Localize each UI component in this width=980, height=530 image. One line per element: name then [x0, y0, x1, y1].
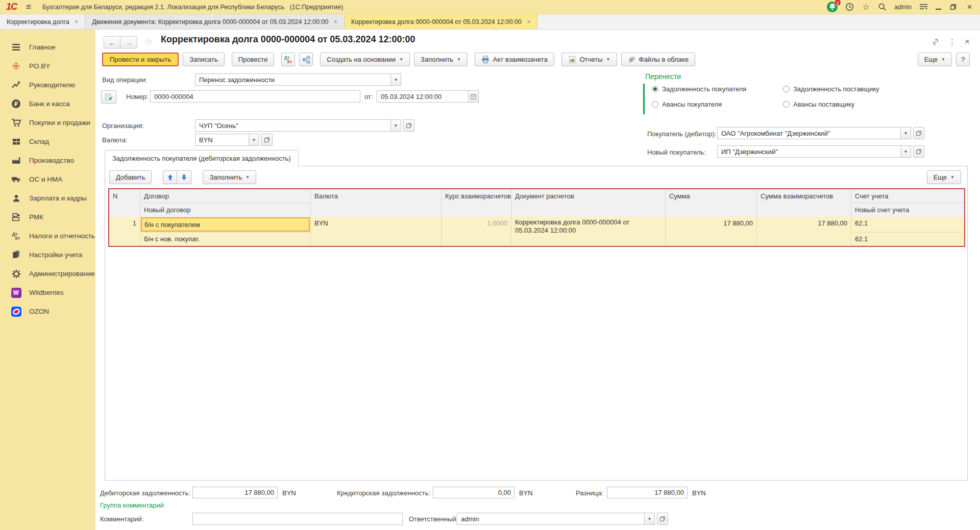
sidebar-item-nastroyki[interactable]: Настройки учета [0, 245, 95, 264]
sidebar-item-bank-kassa[interactable]: ₽ Банк и касса [0, 94, 95, 113]
radio-buyer-debt[interactable]: Задолженность покупателя [652, 85, 746, 93]
tab-close-icon[interactable]: × [333, 18, 337, 26]
sidebar-item-nalogi[interactable]: ДтКт Налоги и отчетность [0, 226, 95, 245]
col-sum[interactable]: Сумма [666, 189, 756, 203]
col-new-account[interactable]: Новый счет учета [851, 203, 964, 217]
search-icon[interactable] [878, 3, 887, 11]
set-number-button[interactable] [101, 90, 116, 104]
window-tab-2[interactable]: Движения документа: Корректировка долга … [85, 14, 345, 29]
close-app-icon[interactable]: × [965, 3, 974, 11]
tab-buyer-debt[interactable]: Задолженность покупателя (дебиторская за… [105, 150, 299, 166]
sidebar-item-zarplata-kadry[interactable]: Зарплата и кадры [0, 189, 95, 208]
dropdown-icon[interactable]: ▼ [390, 120, 401, 131]
document-structure-button[interactable] [299, 53, 313, 66]
sidebar-item-sklad[interactable]: Склад [0, 132, 95, 151]
help-button[interactable]: ? [956, 53, 970, 66]
create-based-on-button[interactable]: Создать на основании▼ [320, 53, 410, 66]
tab-close-icon[interactable]: × [527, 18, 531, 26]
close-form-icon[interactable]: × [965, 37, 970, 47]
post-button[interactable]: Провести [232, 53, 275, 66]
post-and-close-button[interactable]: Провести и закрыть [102, 53, 179, 66]
sidebar-item-administrirovanie[interactable]: Администрирование [0, 264, 95, 283]
move-up-icon[interactable] [163, 170, 177, 184]
open-item-icon[interactable] [261, 134, 273, 146]
back-button[interactable]: ← [104, 36, 120, 48]
dropdown-icon[interactable]: ▼ [390, 74, 401, 85]
offset-act-button[interactable]: Акт взаимозачета [475, 53, 554, 66]
move-down-icon[interactable] [177, 170, 191, 184]
grid-fill-button[interactable]: Заполнить▼ [203, 170, 256, 184]
radio-supplier-debt[interactable]: Задолженность поставщику [783, 85, 879, 93]
forward-button[interactable]: → [120, 36, 137, 48]
sidebar-item-rukovoditelyu[interactable]: Руководителю [0, 75, 95, 94]
cloud-files-button[interactable]: Файлы в облаке [621, 53, 695, 66]
calendar-icon[interactable] [468, 91, 478, 102]
notifications-icon[interactable]: 2 [827, 2, 838, 12]
cell-rate[interactable]: 1,0000 [442, 217, 511, 230]
service-menu-icon[interactable] [919, 3, 928, 11]
open-item-icon[interactable] [657, 513, 668, 525]
dropdown-icon[interactable]: ▼ [249, 134, 259, 145]
cell-new-account[interactable]: 62.1 [851, 232, 964, 245]
favorite-star-icon[interactable]: ☆ [144, 36, 153, 48]
main-menu-icon[interactable]: ≡ [26, 2, 31, 12]
reports-button[interactable]: Отчеты▼ [561, 53, 617, 66]
dropdown-icon[interactable]: ▼ [900, 128, 911, 139]
more-menu-icon[interactable]: ⋮ [948, 37, 956, 46]
get-link-icon[interactable] [932, 38, 940, 46]
cell-new-contract[interactable]: б/н с нов. покупат. [140, 232, 310, 245]
col-rate[interactable]: Курс взаиморасчетов [442, 189, 511, 203]
restore-icon[interactable] [949, 3, 958, 11]
col-new-contract[interactable]: Новый договор [140, 203, 310, 217]
window-tab-3-active[interactable]: Корректировка долга 0000-000004 от 05.03… [345, 14, 537, 29]
dtkt-postings-button[interactable]: ДтКт [281, 53, 295, 66]
minimize-icon[interactable] [936, 4, 941, 10]
organization-field[interactable]: ЧУП "Осень" ▼ [195, 119, 401, 132]
col-account[interactable]: Счет учета [851, 189, 964, 203]
sidebar-item-poby[interactable]: PO.BY [0, 57, 95, 75]
favorites-icon[interactable]: ☆ [862, 3, 870, 11]
save-button[interactable]: Записать [183, 53, 225, 66]
col-contract[interactable]: Договор [140, 189, 310, 203]
new-buyer-field[interactable]: ИП "Дзержинский" ▼ [717, 145, 911, 158]
fill-button[interactable]: Заполнить▼ [414, 53, 468, 66]
radio-supplier-advances[interactable]: Авансы поставщику [783, 100, 854, 108]
responsible-field[interactable]: admin ▼ [457, 513, 655, 525]
open-item-icon[interactable] [913, 145, 924, 158]
dropdown-icon[interactable]: ▼ [900, 146, 911, 157]
col-currency[interactable]: Валюта [311, 189, 441, 203]
open-item-icon[interactable] [913, 127, 924, 139]
dropdown-icon[interactable]: ▼ [644, 513, 654, 524]
cell-settlement-doc[interactable]: Корректировка долга 0000-000004 от 05.03… [511, 217, 665, 237]
currency-field[interactable]: BYN ▼ [195, 134, 259, 146]
sidebar-item-proizvodstvo[interactable]: Производство [0, 151, 95, 170]
sidebar-item-wildberries[interactable]: W Wildberries [0, 283, 95, 302]
grid-more-button[interactable]: Еще▼ [927, 170, 961, 184]
col-doc[interactable]: Документ расчетов [511, 189, 665, 203]
date-field[interactable]: 05.03.2024 12:00:00 [377, 90, 479, 103]
more-button[interactable]: Еще▼ [918, 53, 952, 66]
comment-field[interactable] [192, 513, 403, 525]
sidebar-item-pokupki-prodazhi[interactable]: Покупки и продажи [0, 113, 95, 132]
tab-close-icon[interactable]: × [75, 18, 79, 26]
sidebar-item-ozon[interactable]: OZON [0, 302, 95, 321]
cell-account[interactable]: 62.1 [851, 217, 964, 232]
sidebar-item-glavnoe[interactable]: Главное [0, 38, 95, 57]
difference-field[interactable]: 17 880,00 [607, 487, 688, 498]
col-sum-mutual[interactable]: Сумма взаиморасчетов [757, 189, 851, 203]
debit-total-field[interactable]: 17 880,00 [192, 487, 278, 498]
cell-row-number[interactable]: 1 [109, 217, 140, 230]
number-field[interactable]: 0000-000004 [150, 90, 360, 103]
col-n[interactable]: N [109, 189, 140, 203]
cell-sum-mutual[interactable]: 17 880,00 [757, 217, 851, 230]
credit-total-field[interactable]: 0,00 [433, 487, 514, 498]
cell-sum[interactable]: 17 880,00 [666, 217, 756, 230]
table-row[interactable]: 1 б/н с покупателем б/н с нов. покупат. … [109, 217, 964, 246]
operation-type-field[interactable]: Перенос задолженности ▼ [195, 73, 401, 86]
sidebar-item-os-nma[interactable]: ОС и НМА [0, 170, 95, 189]
add-row-button[interactable]: Добавить [109, 170, 152, 184]
radio-buyer-advances[interactable]: Авансы покупателя [652, 100, 722, 108]
open-item-icon[interactable] [403, 119, 414, 132]
comment-group-link[interactable]: Группа комментарий [100, 501, 164, 509]
debtor-field[interactable]: ОАО "Агрокомбинат "Дзержинский" ▼ [717, 127, 911, 139]
